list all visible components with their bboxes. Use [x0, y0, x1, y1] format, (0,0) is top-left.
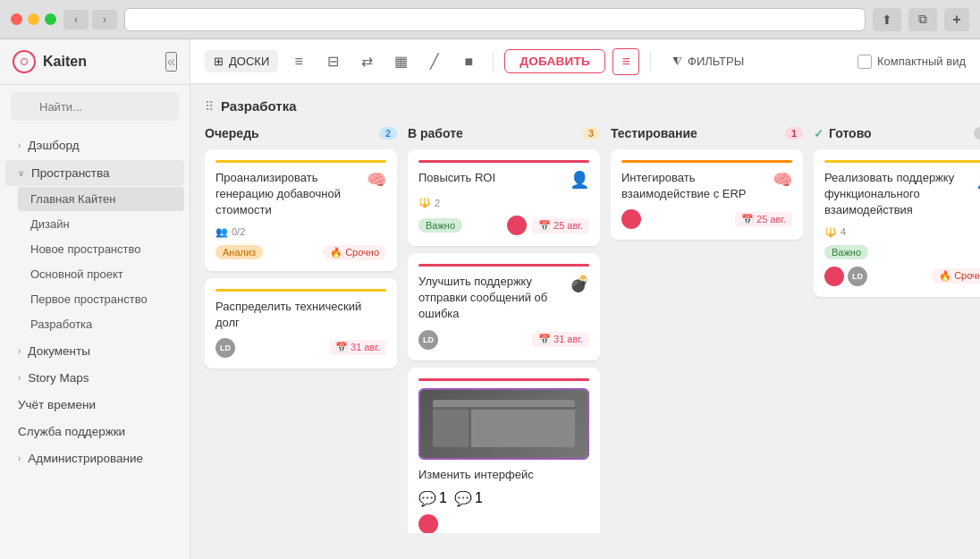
progress-text: 0/2 [232, 226, 245, 237]
card-erp[interactable]: Интегировать взаимодействие с ERP 🧠 📅 25… [611, 149, 803, 240]
sort-button[interactable]: ⇄ [353, 48, 380, 75]
admin-label: Администрирование [28, 452, 172, 465]
share-button[interactable]: ⬆ [873, 8, 901, 31]
app-container: Kaiten « 🔍 › Дэшборд ∨ Пространства Гл [0, 39, 980, 559]
list-view-button[interactable]: ≡ [285, 48, 312, 75]
sidebar-item-time-tracking[interactable]: Учёт времени [5, 392, 184, 418]
add-button[interactable]: ДОБАВИТЬ [504, 49, 605, 73]
sidebar-child-new-space[interactable]: Новое пространство [18, 237, 184, 261]
calendar-view-button[interactable]: ▦ [387, 48, 414, 75]
assignee-text: 2 [435, 198, 440, 208]
sidebar-item-admin[interactable]: › Администрирование [5, 445, 184, 471]
card-tech-debt[interactable]: Распределить технический долг LD 📅 31 ав… [205, 278, 397, 368]
sidebar-child-main[interactable]: Главная Кайтен [18, 187, 184, 211]
search-wrapper: 🔍 [11, 92, 179, 121]
tag-analysis: Анализ [215, 245, 263, 259]
compact-view-checkbox[interactable] [858, 55, 872, 69]
dashboard-chevron: › [18, 140, 21, 150]
card-divider [418, 160, 589, 163]
new-tab-button[interactable]: + [944, 8, 969, 31]
card-analyze[interactable]: Проанализировать генерацию добавочной ст… [205, 149, 397, 271]
sidebar-item-support[interactable]: Служба поддержки [5, 419, 184, 445]
filter-button[interactable]: ⧨ ФИЛЬТРЫ [662, 50, 755, 73]
drag-handle-icon: ⠿ [205, 99, 214, 114]
column-done-count: 1 [974, 127, 980, 140]
column-testing-header: Тестирование 1 [611, 126, 803, 140]
sidebar-item-documents[interactable]: › Документы [5, 338, 184, 364]
logo-text: Kaiten [43, 54, 87, 70]
sidebar-nav: › Дэшборд ∨ Пространства Главная Кайтен … [0, 128, 190, 559]
sidebar-child-design[interactable]: Дизайн [18, 212, 184, 236]
card-date: 📅 25 авг. [532, 218, 589, 233]
sidebar-section-spaces: ∨ Пространства Главная Кайтен Дизайн Нов… [0, 160, 190, 336]
compact-view-toggle[interactable]: Компактный вид [858, 55, 966, 69]
mockup-sidebar [433, 410, 469, 447]
menu-button[interactable]: ≡ [612, 48, 639, 75]
address-bar[interactable] [124, 8, 866, 31]
admin-chevron: › [18, 453, 21, 463]
card-top: Повысить ROI 👤 [418, 170, 589, 190]
sidebar-child-first-space[interactable]: Первое пространство [18, 287, 184, 311]
card-roi[interactable]: Повысить ROI 👤 🔱 2 Важно [408, 149, 600, 246]
check-icon: ✓ [814, 127, 824, 140]
card-emoji: 👤 [976, 170, 980, 190]
duplicate-button[interactable]: ⧉ [908, 8, 937, 31]
search-input[interactable] [11, 92, 179, 121]
card-top: Интегировать взаимодействие с ERP 🧠 [621, 170, 792, 202]
support-label: Служба поддержки [18, 425, 172, 438]
comment-icon: 💬 [418, 490, 436, 507]
card-date: 📅 31 авг. [329, 340, 386, 355]
sidebar-item-dashboard[interactable]: › Дэшборд [5, 132, 184, 158]
sidebar-collapse-button[interactable]: « [165, 52, 177, 72]
forward-button[interactable]: › [92, 10, 117, 30]
column-inprogress-header: В работе 3 [408, 126, 600, 140]
column-done-header: ✓ Готово 1 ∧ [814, 126, 980, 140]
mockup-content [433, 410, 575, 447]
card-progress: 👥 0/2 [215, 226, 245, 238]
sidebar-header: Kaiten « [0, 39, 190, 85]
column-testing-title: Тестирование [611, 126, 697, 140]
column-done: ✓ Готово 1 ∧ Реализовать [814, 126, 980, 533]
table-view-button[interactable]: ⊟ [319, 48, 346, 75]
sidebar-item-story-maps[interactable]: › Story Maps [5, 365, 184, 391]
card-bottom: LD 🔥 Срочно [824, 267, 980, 286]
comment-text: 1 [439, 490, 447, 506]
tag-important: Важно [824, 245, 868, 259]
boards-grid-icon: ⊞ [214, 55, 224, 68]
avatar: LD [215, 338, 235, 358]
card-functional[interactable]: Реализовать поддержку функционального вз… [814, 149, 980, 297]
card-meta: 🔱 4 [824, 226, 980, 238]
card-title: Изменить интерфейс [418, 467, 589, 483]
maximize-button[interactable] [45, 13, 56, 25]
board-title: Разработка [221, 98, 297, 114]
card-emoji: 🧠 [367, 170, 386, 190]
column-in-progress: В работе 3 Повысить ROI 👤 [408, 126, 600, 533]
card-title: Интегировать взаимодействие с ERP [621, 170, 773, 202]
assignee-icon: 🔱 [418, 197, 431, 208]
sidebar-search: 🔍 [0, 85, 190, 128]
card-interface[interactable]: Изменить интерфейс 💬 1 💬 1 [408, 368, 600, 533]
card-top: Изменить интерфейс [418, 467, 589, 483]
column-queue-count: 2 [379, 127, 397, 140]
sidebar-item-spaces[interactable]: ∨ Пространства [5, 160, 184, 186]
card-meta: 👥 0/2 [215, 226, 386, 238]
column-queue: Очередь 2 Проанализировать генерацию доб… [205, 126, 397, 533]
card-image-mockup [433, 400, 575, 447]
card-assignee-count: 🔱 2 [418, 197, 440, 208]
dashboard-label: Дэшборд [28, 139, 172, 152]
mockup-bar [433, 400, 575, 407]
back-button[interactable]: ‹ [63, 10, 89, 30]
chart-view-button[interactable]: ╱ [421, 48, 448, 75]
sidebar-child-main-project[interactable]: Основной проект [18, 262, 184, 286]
minimize-button[interactable] [28, 13, 39, 25]
dark-view-button[interactable]: ■ [455, 48, 482, 75]
sidebar: Kaiten « 🔍 › Дэшборд ∨ Пространства Гл [0, 39, 190, 559]
card-date: 📅 25 авг. [735, 212, 792, 227]
card-title: Проанализировать генерацию добавочной ст… [215, 170, 367, 219]
boards-view-button[interactable]: ⊞ ДОСКИ [205, 50, 278, 72]
close-button[interactable] [11, 13, 22, 25]
story-maps-label: Story Maps [28, 371, 172, 385]
sidebar-child-development[interactable]: Разработка [18, 312, 184, 336]
card-bottom: 📅 25 авг. [621, 209, 792, 229]
card-messages[interactable]: Улучшить поддержку отправки сообщений об… [408, 253, 600, 360]
